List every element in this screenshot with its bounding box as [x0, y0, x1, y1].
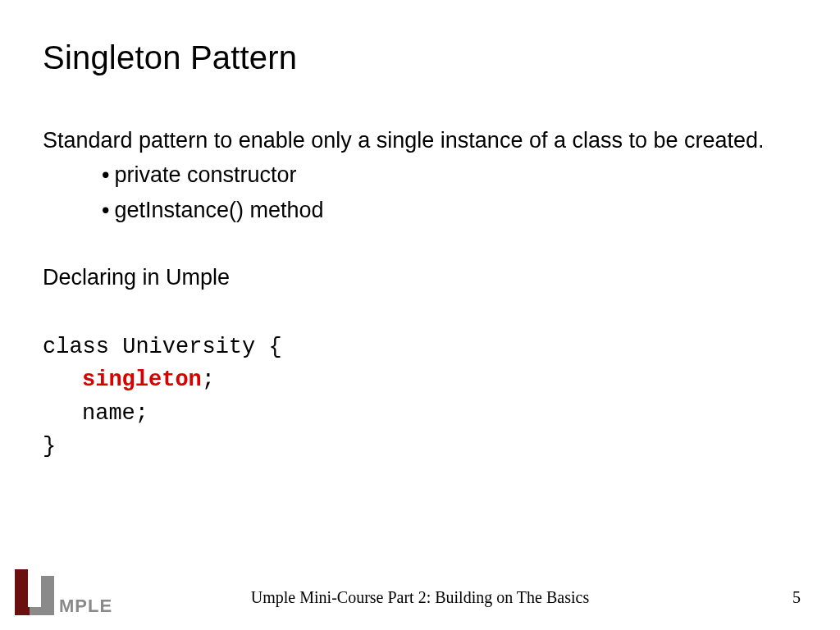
code-keyword: singleton — [82, 368, 202, 392]
page-number: 5 — [792, 588, 801, 607]
bullet-icon: • — [102, 198, 109, 222]
slide: Singleton Pattern Standard pattern to en… — [0, 0, 840, 630]
slide-title: Singleton Pattern — [43, 39, 797, 76]
code-line: name; — [43, 397, 797, 431]
bullet-list: •private constructor •getInstance() meth… — [102, 160, 797, 225]
code-block: class University { singleton; name; } — [43, 331, 797, 463]
footer: MPLE Umple Mini-Course Part 2: Building … — [0, 566, 840, 615]
section-heading: Declaring in Umple — [43, 262, 797, 292]
bullet-icon: • — [102, 162, 109, 187]
slide-body: Standard pattern to enable only a single… — [43, 126, 797, 463]
bullet-label: getInstance() method — [114, 198, 323, 222]
code-line: } — [43, 430, 797, 463]
description: Standard pattern to enable only a single… — [43, 126, 797, 155]
bullet-label: private constructor — [114, 162, 296, 187]
svg-rect-4 — [15, 607, 30, 615]
code-line: class University { — [43, 331, 797, 364]
footer-course: Umple Mini-Course Part 2: Building on Th… — [0, 588, 840, 607]
bullet-item: •private constructor — [102, 160, 797, 189]
code-line: singleton; — [43, 363, 797, 397]
code-punct: ; — [202, 368, 215, 392]
bullet-item: •getInstance() method — [102, 195, 797, 225]
svg-rect-3 — [28, 607, 54, 615]
